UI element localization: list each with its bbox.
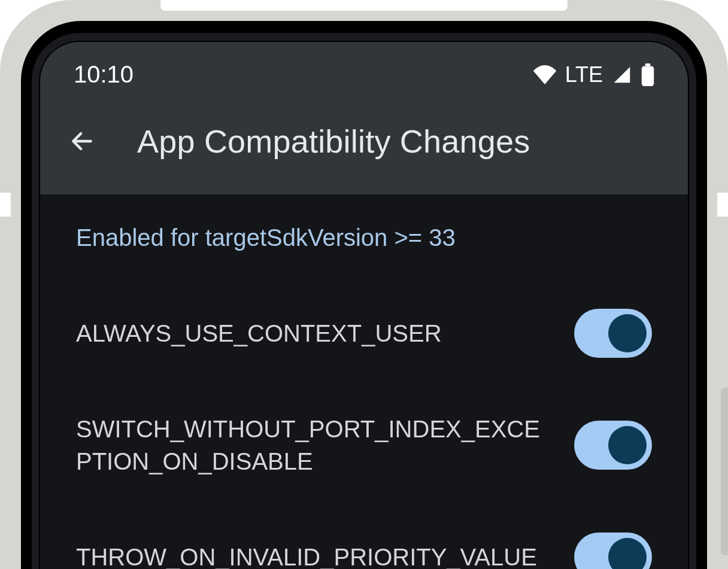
section-header: Enabled for targetSdkVersion >= 33 [76, 224, 652, 251]
topbar-area: 10:10 LTE App C [40, 42, 688, 194]
status-right: LTE [533, 62, 654, 87]
phone-body-side-tab [0, 193, 11, 217]
phone-body-side-tab [717, 193, 728, 217]
content-area: Enabled for targetSdkVersion >= 33 ALWAY… [40, 194, 688, 569]
toggle-switch[interactable] [574, 533, 652, 569]
toggle-switch[interactable] [574, 421, 652, 470]
appbar: App Compatibility Changes [40, 94, 688, 194]
phone-body-notch [160, 0, 568, 11]
cell-signal-icon [611, 65, 633, 84]
battery-icon [641, 63, 654, 86]
status-time: 10:10 [74, 61, 134, 88]
toggle-switch[interactable] [574, 309, 652, 358]
network-label: LTE [565, 62, 603, 87]
wifi-icon [533, 65, 557, 84]
setting-row[interactable]: ALWAYS_USE_CONTEXT_USER [76, 285, 652, 389]
svg-rect-1 [642, 66, 654, 86]
setting-row[interactable]: THROW_ON_INVALID_PRIORITY_VALUE [76, 509, 652, 569]
setting-label: ALWAYS_USE_CONTEXT_USER [76, 317, 442, 349]
setting-label: SWITCH_WITHOUT_PORT_INDEX_EXCEPTION_ON_D… [76, 413, 543, 477]
back-button[interactable] [69, 128, 95, 154]
statusbar: 10:10 LTE [40, 42, 688, 94]
setting-label: THROW_ON_INVALID_PRIORITY_VALUE [76, 541, 537, 569]
page-title: App Compatibility Changes [137, 123, 530, 160]
svg-rect-0 [645, 63, 651, 66]
setting-row[interactable]: SWITCH_WITHOUT_PORT_INDEX_EXCEPTION_ON_D… [76, 389, 652, 509]
phone-side-button [721, 388, 728, 555]
screen: 10:10 LTE App C [40, 42, 688, 569]
